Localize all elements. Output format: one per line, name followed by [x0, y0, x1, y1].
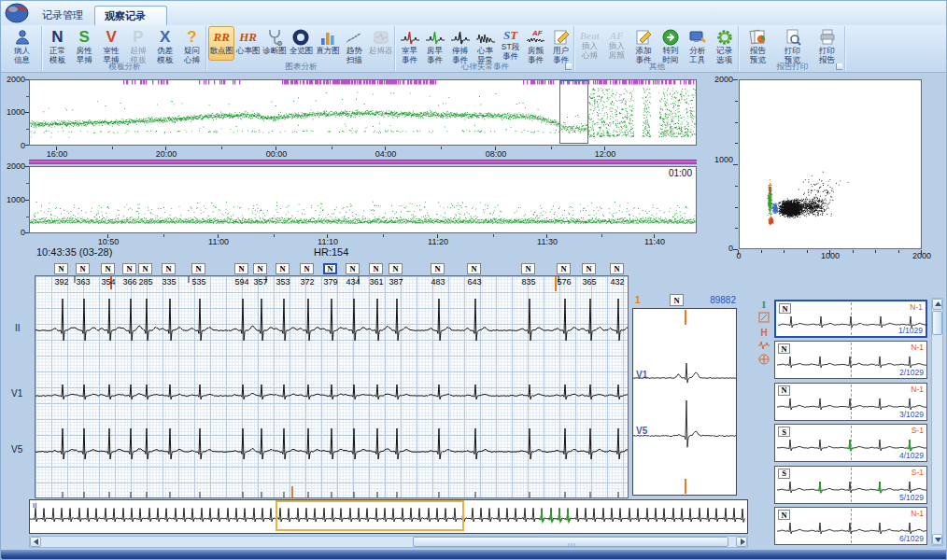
beat-label-box[interactable]: N — [323, 263, 337, 274]
beat-label: N — [614, 264, 619, 273]
wave-tool-icon[interactable] — [757, 340, 770, 353]
rr-trend-window-chart[interactable]: 01:00 — [29, 166, 697, 233]
template-list-item-5[interactable]: SS-15/1029 — [774, 466, 927, 504]
print-report-label: 打印报告 — [819, 47, 835, 64]
scroll-left-button[interactable] — [30, 537, 41, 547]
beat-label: N — [126, 264, 132, 273]
rhythm-strip[interactable]: II — [29, 499, 748, 534]
x-tick-minor — [332, 147, 332, 149]
dialog-launcher-icon[interactable] — [565, 63, 572, 70]
beat-label-box[interactable]: N — [76, 263, 90, 274]
selection-window-box[interactable] — [559, 80, 588, 144]
tab-record-management[interactable]: 记录管理 — [33, 6, 92, 25]
x-tick-minor — [493, 234, 494, 237]
add-event-button[interactable]: 添加事件 — [630, 26, 657, 61]
rr-poincare-plot[interactable] — [739, 79, 922, 249]
caliper-tool-icon[interactable]: H — [757, 326, 770, 339]
ribbon-group-4: Beat插入心搏AF插入房颤添加事件转到时间分析工具记录选项其他 — [576, 26, 739, 71]
patient-info-button[interactable]: 病人信息 — [3, 26, 41, 61]
overview-plot-icon — [291, 28, 310, 47]
tab-observe-record[interactable]: 观察记录× — [94, 6, 167, 25]
center-tool-icon[interactable] — [757, 354, 770, 367]
scroll-down-button[interactable] — [932, 534, 942, 545]
pause-event-button[interactable]: 停搏事件 — [447, 26, 473, 61]
user-event-button[interactable]: 用户事件 — [548, 26, 573, 61]
beat-label-box[interactable]: N — [346, 263, 360, 274]
beat-label-box[interactable]: N — [191, 263, 205, 274]
analysis-tools-button[interactable]: 分析工具 — [684, 26, 711, 61]
viewer-beat-class-box[interactable]: N — [670, 294, 684, 306]
rr-scatter-plot-label: 散点图 — [209, 47, 233, 56]
beat-label-box[interactable]: N — [138, 263, 152, 274]
template-list-item-1[interactable]: NN-11/1029 — [774, 300, 927, 338]
beat-label-box[interactable]: N — [467, 263, 481, 274]
scrollbar-thumb[interactable] — [413, 537, 728, 547]
beat-label-box[interactable]: N — [54, 263, 68, 274]
strip-selection-box[interactable] — [276, 500, 464, 531]
beat-label-box[interactable]: N — [521, 263, 535, 274]
template-list-item-6[interactable]: NN-16/1029 — [774, 507, 927, 545]
beat-label-box[interactable]: N — [122, 263, 136, 274]
rr-interval-value: 387 — [383, 277, 409, 287]
scroll-up-button[interactable] — [932, 299, 942, 310]
beat-label-box[interactable]: N — [557, 263, 571, 274]
strip-lead-label: II — [33, 501, 36, 510]
overview-plot-button[interactable]: 全览图 — [288, 26, 314, 61]
beat-label-box[interactable]: N — [369, 263, 383, 274]
rr-trend-overview-chart[interactable] — [29, 79, 697, 146]
patient-info-icon — [13, 28, 32, 47]
x-tick-minor — [112, 147, 113, 149]
scroll-right-button[interactable] — [736, 537, 747, 547]
trend-scan-button[interactable]: 趋势扫描 — [341, 26, 367, 61]
dialog-launcher-icon[interactable] — [836, 63, 842, 70]
report-preview-button[interactable]: 报告预览 — [741, 26, 775, 61]
beat-label-box[interactable]: N — [253, 263, 267, 274]
rr-scatter-plot-button[interactable]: RR散点图 — [208, 26, 234, 61]
histogram-plot-button[interactable]: 直方图 — [315, 26, 341, 61]
ventricular-premature-template-button[interactable]: V室性早搏 — [98, 26, 125, 61]
y-tick — [735, 101, 738, 102]
strip-scrollbar[interactable] — [29, 536, 748, 548]
st-segment-event-button[interactable]: STST段事件 — [498, 26, 523, 61]
report-preview-icon — [748, 28, 769, 47]
beat-label-box[interactable]: N — [389, 263, 403, 274]
beat-label-box[interactable]: N — [300, 263, 314, 274]
apb-event-button[interactable]: 房早事件 — [422, 26, 447, 61]
viewer-beat-index: 1 — [635, 295, 641, 305]
beat-label-box[interactable]: N — [431, 263, 445, 274]
normal-template-label: 正常模板 — [49, 47, 65, 64]
rr-interval-value: 576 — [551, 277, 577, 287]
beat-label-box[interactable]: N — [276, 263, 290, 274]
edit-tool-icon[interactable] — [757, 312, 770, 325]
ribbon-group-2: RR散点图HR心率图诊断图全览图直方图趋势扫描起搏器图表分析 — [208, 26, 395, 71]
beat-label-box[interactable]: N — [610, 263, 624, 274]
normal-template-button[interactable]: N正常模板 — [44, 26, 71, 61]
template-list-item-4[interactable]: SS-14/1029 — [774, 424, 927, 462]
beat-label-box[interactable]: N — [101, 263, 115, 274]
text-tool-icon[interactable]: I — [757, 298, 770, 311]
pvc-event-button[interactable]: 室早事件 — [397, 26, 422, 61]
goto-time-button[interactable]: 转到时间 — [657, 26, 684, 61]
question-beat-template-button[interactable]: ?疑问心搏 — [178, 26, 205, 61]
beat-label-box[interactable]: N — [162, 263, 176, 274]
hr-abnormal-event-button[interactable]: 心率异常 — [473, 26, 498, 61]
list-scrollbar[interactable] — [931, 298, 943, 546]
artifact-template-button[interactable]: X伪差模板 — [151, 26, 178, 61]
app-logo-orb[interactable] — [5, 3, 29, 27]
beat-label-box[interactable]: N — [234, 263, 248, 274]
af-event-button[interactable]: AF房颤事件 — [523, 26, 548, 61]
diagnosis-plot-button[interactable]: 诊断图 — [261, 26, 288, 61]
x-tick — [875, 250, 876, 253]
beat-label-box[interactable]: N — [582, 263, 596, 274]
print-report-button[interactable]: 打印报告 — [810, 26, 844, 61]
heart-rate-plot-button[interactable]: HR心率图 — [234, 26, 261, 61]
template-list-item-2[interactable]: NN-12/1029 — [774, 341, 927, 379]
x-tick — [738, 250, 739, 255]
ecg-grid[interactable] — [35, 275, 629, 498]
record-options-button[interactable]: 记录选项 — [711, 26, 738, 61]
atrial-premature-template-button[interactable]: S房性早搏 — [71, 26, 98, 61]
orange-cursor-tick-bottom — [291, 486, 293, 497]
scrollbar-thumb[interactable] — [932, 311, 942, 335]
template-list-item-3[interactable]: NN-13/1029 — [774, 383, 927, 421]
print-preview-button[interactable]: 打印预览 — [775, 26, 810, 61]
